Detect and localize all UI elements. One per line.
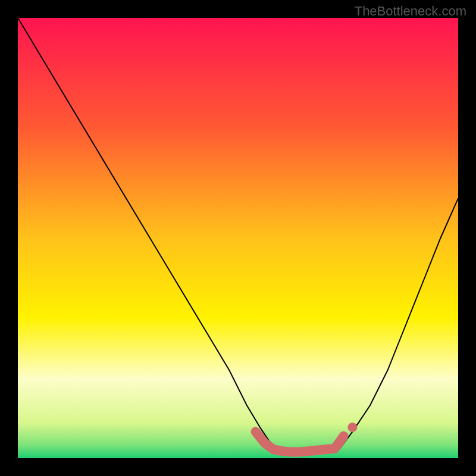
highlight-end-dot (347, 422, 357, 432)
plot-area (18, 18, 458, 458)
right-curve (339, 198, 458, 449)
flat-bottom-marker (256, 432, 344, 452)
data-lines (18, 18, 458, 458)
watermark-text: TheBottleneck.com (355, 4, 466, 19)
chart-container: TheBottleneck.com (0, 0, 476, 476)
left-curve (18, 18, 278, 449)
